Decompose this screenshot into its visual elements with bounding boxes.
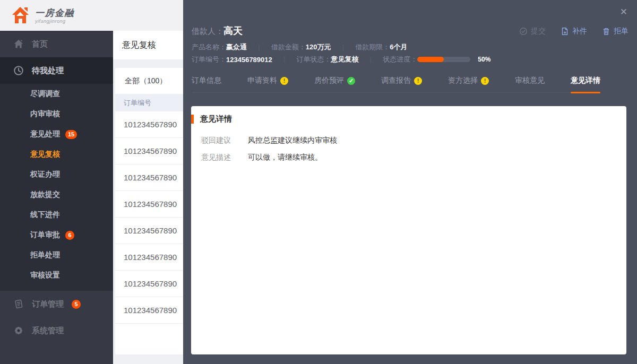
info-row-product: 产品名称：赢众通｜借款金额：120万元｜借款期限：6个月 [192,42,407,52]
tab-label: 订单信息 [192,76,221,85]
detail-field: 驳回建议风控总监建议继续内审审核 [201,135,626,145]
sidebar-item-review-settings[interactable]: 审核设置 [0,265,113,285]
detail-field: 意见描述可以做，请继续审核。 [201,152,626,162]
sidebar-item-label: 线下进件 [30,210,60,220]
order-row[interactable]: 101234567890 [115,138,183,164]
tab-review-opinion[interactable]: 审核意见 [515,76,545,92]
sidebar-item-loan-submission[interactable]: 放款提交 [0,185,113,205]
order-row[interactable]: 101234567890 [115,164,183,191]
home-icon [13,39,24,49]
progress-fill [417,57,444,62]
sidebar-item-label: 权证办理 [30,170,60,179]
order-row[interactable]: 101234567890 [115,111,183,138]
close-icon[interactable]: ✕ [620,7,627,16]
brand-logo: 一房金融 yifangjinrong [11,6,74,24]
divider: ｜ [256,43,262,52]
info-label: 借款期限： [355,42,390,52]
order-row[interactable]: 101234567890 [115,271,183,297]
info-label: 借款金额： [271,42,306,52]
info-value: 赢众通 [226,42,247,52]
sidebar-item-label: 审核设置 [30,271,60,280]
tab-label: 意见详情 [571,76,600,85]
borrower-name: 高天 [223,24,243,37]
sidebar-nav: 首页待我处理尽调调查内审审核意见处理15意见复核权证办理放款提交线下进件订单审批… [0,31,113,344]
info-value: 意见复核 [331,55,359,64]
order-list-card: 全部（100） 订单编号 101234567890101234567890101… [115,68,183,354]
sidebar-item-pending-tasks[interactable]: 待我处理 [0,57,113,84]
sidebar-item-opinion-handling[interactable]: 意见处理15 [0,124,113,144]
order-row[interactable]: 101234567890 [115,244,183,271]
action-label: 拒单 [614,27,629,36]
sidebar-item-label: 意见处理 [30,129,60,139]
order-list-panel: 意见复核 全部（100） 订单编号 1012345678901012345678… [113,31,183,364]
sidebar-item-system-management[interactable]: 系统管理 [0,317,113,344]
sidebar-item-warrant-handling[interactable]: 权证办理 [0,164,113,185]
house-logo-icon [11,6,30,24]
detail-tabs: 订单信息申请资料!房价预评✓调查报告!资方选择!审核意见意见详情 [192,76,600,93]
sidebar-item-label: 系统管理 [32,326,64,336]
sidebar-item-label: 首页 [32,39,48,49]
brand-title: 一房金融 [35,7,74,19]
progress-bar [417,57,470,62]
sidebar-item-internal-audit[interactable]: 内审审核 [0,104,113,124]
tab-investigation-report[interactable]: 调查报告! [381,76,422,92]
sidebar-item-order-management[interactable]: 订单管理5 [0,291,113,317]
notification-badge: 6 [65,231,74,240]
field-label: 意见描述 [201,152,248,162]
top-band: 一房金融 yifangjinrong [0,0,183,31]
warning-icon: ! [481,77,489,85]
check-circle-icon [519,27,528,36]
tab-label: 申请资料 [247,76,277,85]
success-icon: ✓ [347,77,355,85]
sidebar-item-offline-intake[interactable]: 线下进件 [0,205,113,225]
tab-label: 资方选择 [448,76,478,85]
card-title-row: 意见详情 [191,114,626,124]
filter-tab-all[interactable]: 全部（100） [115,68,183,94]
divider: ｜ [340,43,346,52]
submit-button[interactable]: 提交 [519,27,546,36]
info-label: 订单状态： [297,55,331,64]
sidebar-item-order-approval[interactable]: 订单审批6 [0,225,113,245]
tab-opinion-detail[interactable]: 意见详情 [571,76,600,92]
sidebar: 首页待我处理尽调调查内审审核意见处理15意见复核权证办理放款提交线下进件订单审批… [0,31,113,364]
orders-icon [13,299,24,309]
order-list: 1012345678901012345678901012345678901012… [115,111,183,324]
sidebar-item-rejection-handling[interactable]: 拒单处理 [0,245,113,265]
borrower-label: 借款人： [192,27,223,37]
drawer-actions: 提交补件拒单 [519,27,629,36]
supplement-button[interactable]: 补件 [561,27,587,36]
page-title: 意见复核 [113,31,183,59]
sidebar-item-label: 意见复核 [30,150,60,159]
action-label: 提交 [531,27,546,36]
reject-button[interactable]: 拒单 [602,27,629,36]
sidebar-item-label: 放款提交 [30,190,60,200]
progress-percent: 50% [478,56,490,63]
gear-icon [13,325,24,336]
borrower-row: 借款人： 高天 [192,24,243,37]
tab-price-pre-evaluation[interactable]: 房价预评✓ [314,76,355,92]
sidebar-item-opinion-review[interactable]: 意见复核 [0,144,113,164]
tab-funder-selection[interactable]: 资方选择! [448,76,489,92]
sidebar-item-label: 内审审核 [30,109,60,119]
card-fields: 驳回建议风控总监建议继续内审审核意见描述可以做，请继续审核。 [201,135,626,162]
info-label: 产品名称： [192,42,226,52]
info-row-order: 订单编号：123456789012｜订单状态：意见复核｜状态进度：50% [192,55,490,64]
tab-application-materials[interactable]: 申请资料! [247,76,288,92]
field-value: 可以做，请继续审核。 [248,152,322,162]
opinion-detail-card: 意见详情 驳回建议风控总监建议继续内审审核意见描述可以做，请继续审核。 [191,106,626,354]
sidebar-item-due-diligence[interactable]: 尽调调查 [0,84,113,104]
brand-subtitle: yifangjinrong [35,19,74,24]
trash-icon [602,27,610,36]
field-value: 风控总监建议继续内审审核 [248,135,337,145]
order-row[interactable]: 101234567890 [115,191,183,218]
field-label: 驳回建议 [201,135,248,145]
title-accent-bar [191,115,194,124]
order-row[interactable]: 101234567890 [115,218,183,244]
sidebar-item-home[interactable]: 首页 [0,31,113,57]
tab-order-info[interactable]: 订单信息 [192,76,221,92]
order-row[interactable]: 101234567890 [115,297,183,324]
sidebar-item-label: 订单管理 [32,299,64,309]
sidebar-group-pending-tasks: 待我处理尽调调查内审审核意见处理15意见复核权证办理放款提交线下进件订单审批6拒… [0,57,113,291]
card-title: 意见详情 [200,114,232,124]
tab-label: 审核意见 [515,76,545,85]
